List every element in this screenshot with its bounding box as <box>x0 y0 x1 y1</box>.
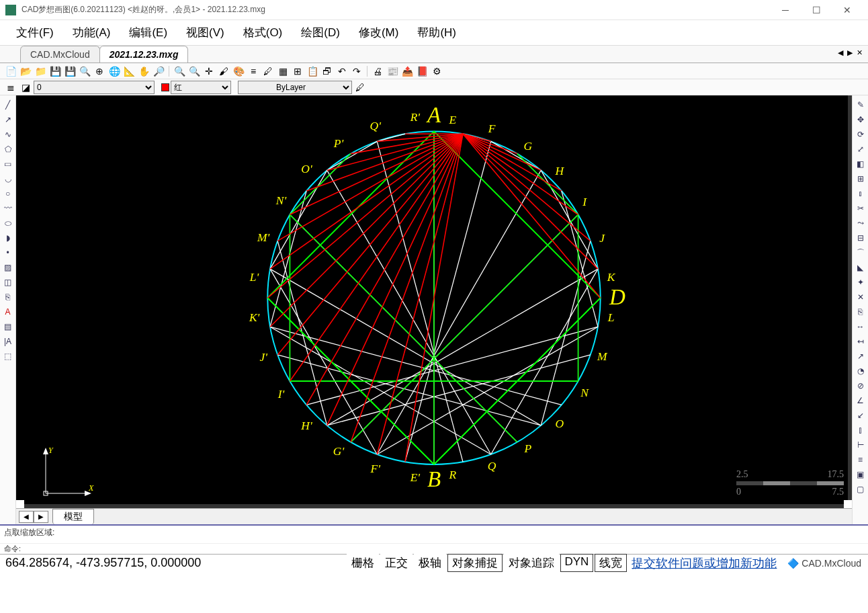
insert-block-icon[interactable]: ⎘ <box>1 290 15 304</box>
model-tab[interactable]: 模型 <box>52 509 94 524</box>
dim-aligned-icon[interactable]: ↗ <box>854 350 867 363</box>
zoom-realtime-icon[interactable]: 🔎 <box>152 65 165 78</box>
polyline-icon[interactable]: ∿ <box>1 128 15 141</box>
leader-icon[interactable]: ↙ <box>854 409 867 422</box>
xline-icon[interactable]: ↗ <box>1 113 15 126</box>
canvas-hscroll[interactable] <box>16 504 844 508</box>
extend-icon[interactable]: ⤳ <box>854 216 867 230</box>
fillet-icon[interactable]: ⌒ <box>854 246 867 259</box>
tab-prev-icon[interactable]: ◀ <box>836 48 844 57</box>
open-icon[interactable]: 📂 <box>19 65 32 78</box>
open2-icon[interactable]: 📁 <box>34 65 47 78</box>
block-icon[interactable]: ◫ <box>1 276 15 289</box>
trim-icon[interactable]: ✂ <box>854 202 867 215</box>
layer-combo[interactable]: 0 <box>34 81 155 94</box>
cursor-icon[interactable]: ✛ <box>202 65 216 78</box>
text-icon[interactable]: A <box>1 305 15 319</box>
chamfer-icon[interactable]: ◣ <box>854 261 867 274</box>
arc-icon[interactable]: ◡ <box>1 172 15 186</box>
menu-file[interactable]: 文件(F) <box>7 22 63 43</box>
undo-icon[interactable]: ↶ <box>335 65 349 78</box>
array-icon[interactable]: ⊞ <box>854 172 867 186</box>
drawing-canvas[interactable]: ABDEFGHIJKLMNOPQRR'Q'P'O'N'M'L'K'J'I'H'G… <box>16 95 852 508</box>
ellipse-arc-icon[interactable]: ◗ <box>1 231 15 245</box>
new-icon[interactable]: 📄 <box>4 65 17 78</box>
props-icon[interactable]: 🗗 <box>320 65 334 78</box>
menu-function[interactable]: 功能(A) <box>63 22 120 43</box>
pan-icon[interactable]: ✋ <box>137 65 150 78</box>
menu-format[interactable]: 格式(O) <box>234 22 292 43</box>
point-icon[interactable]: • <box>1 246 15 259</box>
spline-icon[interactable]: 〰 <box>1 202 15 215</box>
save-icon[interactable]: 💾 <box>48 65 62 78</box>
settings-icon[interactable]: ⚙ <box>430 65 443 78</box>
maximize-button[interactable]: ☐ <box>801 0 832 20</box>
brush-icon[interactable]: 🖌 <box>217 65 230 78</box>
canvas-vscroll[interactable] <box>848 95 852 500</box>
polygon-icon[interactable]: ⬠ <box>1 142 15 156</box>
print-icon[interactable]: 🖨 <box>371 65 384 78</box>
edit-icon[interactable]: ✎ <box>854 98 867 112</box>
close-button[interactable]: ✕ <box>832 0 863 20</box>
command-prompt[interactable]: 命令: <box>0 543 868 554</box>
preview-icon[interactable]: 📰 <box>386 65 399 78</box>
tab-cloud[interactable]: CAD.MxCloud <box>20 46 100 63</box>
offset-icon[interactable]: ⫾ <box>854 187 867 200</box>
scale-icon[interactable]: ⤢ <box>854 142 867 156</box>
feedback-link[interactable]: 提交软件问题或增加新功能 <box>627 555 781 571</box>
layer-manager-icon[interactable]: ≣ <box>4 81 17 94</box>
copy-obj-icon[interactable]: ⎘ <box>854 305 867 319</box>
tab-next-icon[interactable]: ▶ <box>846 48 854 57</box>
circle-icon[interactable]: ○ <box>1 187 15 200</box>
align-icon[interactable]: ≡ <box>854 453 867 466</box>
dim-angular-icon[interactable]: ∠ <box>854 394 867 407</box>
mirror-icon[interactable]: ◧ <box>854 157 867 171</box>
modeltab-next-icon[interactable]: ▶ <box>34 511 48 523</box>
dtext-icon[interactable]: |A <box>1 335 15 348</box>
stretch-icon[interactable]: ↔ <box>854 320 867 333</box>
menu-edit[interactable]: 编辑(E) <box>120 22 177 43</box>
rotate-icon[interactable]: ⟳ <box>854 128 867 141</box>
dim-continue-icon[interactable]: ⫿ <box>854 423 867 437</box>
ellipse-icon[interactable]: ⬭ <box>1 216 15 230</box>
lineweight-icon[interactable]: 🖊 <box>353 81 367 94</box>
zoom-extents-icon[interactable]: 🌐 <box>107 65 121 78</box>
zoom-prev-icon[interactable]: 🔍 <box>173 65 186 78</box>
erase-icon[interactable]: ✕ <box>854 290 867 304</box>
move-icon[interactable]: ✥ <box>854 113 867 126</box>
dim-baseline-icon[interactable]: ⊢ <box>854 438 867 452</box>
pdf-icon[interactable]: 📕 <box>415 65 429 78</box>
measure-icon[interactable]: 📐 <box>122 65 136 78</box>
menu-help[interactable]: 帮助(H) <box>408 22 466 43</box>
minimize-button[interactable]: ─ <box>770 0 801 20</box>
status-线宽[interactable]: 线宽 <box>595 554 627 572</box>
export-icon[interactable]: 📤 <box>400 65 414 78</box>
lineweight-combo[interactable]: ByLayer <box>238 81 352 94</box>
zoom-in-icon[interactable]: ⊕ <box>93 65 106 78</box>
explode-icon[interactable]: ✦ <box>854 276 867 289</box>
tab-current-file[interactable]: 2021.12.23.mxg <box>99 46 189 63</box>
break-icon[interactable]: ⊟ <box>854 231 867 245</box>
region-icon[interactable]: ⬚ <box>1 350 15 363</box>
table-icon[interactable]: ▦ <box>276 65 290 78</box>
status-对象捕捉[interactable]: 对象捕捉 <box>447 554 503 572</box>
group-icon[interactable]: ▣ <box>854 468 867 481</box>
menu-modify[interactable]: 修改(M) <box>349 22 408 43</box>
rectangle-icon[interactable]: ▭ <box>1 157 15 171</box>
tab-close-icon[interactable]: ✕ <box>855 48 864 57</box>
menu-draw[interactable]: 绘图(D) <box>292 22 349 43</box>
dim-diameter-icon[interactable]: ⊘ <box>854 379 867 393</box>
line-icon[interactable]: ╱ <box>1 98 15 112</box>
dim-radius-icon[interactable]: ◔ <box>854 364 867 378</box>
saveas-icon[interactable]: 💾 <box>63 65 77 78</box>
modeltab-prev-icon[interactable]: ◀ <box>19 511 34 523</box>
match-icon[interactable]: 🖊 <box>261 65 275 78</box>
dim-linear-icon[interactable]: ↤ <box>854 335 867 348</box>
status-对象追踪[interactable]: 对象追踪 <box>504 554 559 572</box>
zoom-all-icon[interactable]: 🔍 <box>187 65 201 78</box>
status-栅格[interactable]: 栅格 <box>347 554 379 572</box>
redo-icon[interactable]: ↷ <box>350 65 363 78</box>
ungroup-icon[interactable]: ▢ <box>854 483 867 496</box>
menu-view[interactable]: 视图(V) <box>177 22 234 43</box>
zoom-window-icon[interactable]: 🔍 <box>78 65 91 78</box>
